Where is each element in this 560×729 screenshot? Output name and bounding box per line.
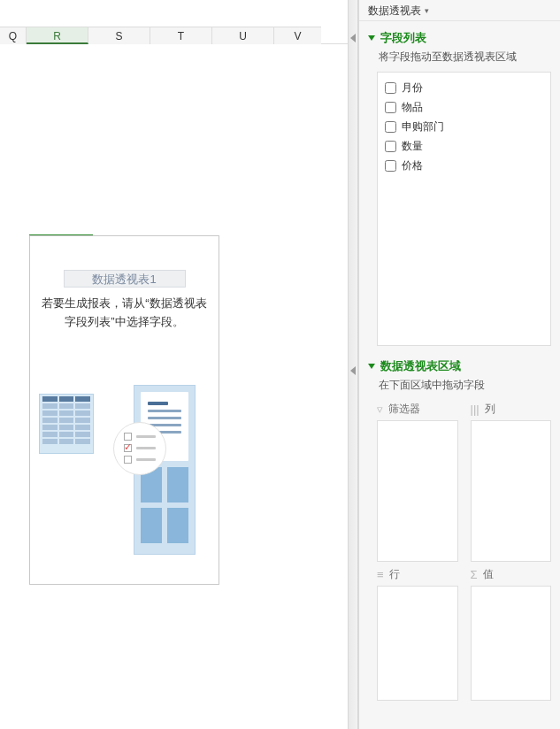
dropdown-caret-icon[interactable]: ▾	[425, 0, 429, 21]
col-header-V[interactable]: V	[274, 27, 321, 44]
field-list-sub: 将字段拖动至数据透视表区域	[359, 50, 560, 70]
field-item: 物品	[385, 97, 543, 117]
field-label[interactable]: 数量	[402, 139, 423, 154]
area-columns-dropzone[interactable]	[471, 420, 552, 562]
worksheet-area[interactable]: Q R S T U V 数据透视表1 若要生成报表，请从“数据透视表字段列表”中…	[0, 0, 348, 729]
app-root: Q R S T U V 数据透视表1 若要生成报表，请从“数据透视表字段列表”中…	[0, 0, 560, 729]
pivot-placeholder-card[interactable]: 数据透视表1 若要生成报表，请从“数据透视表字段列表”中选择字段。	[29, 235, 219, 585]
columns-icon: |||	[471, 403, 479, 416]
panel-splitter[interactable]	[348, 0, 358, 729]
field-checkbox[interactable]	[385, 160, 396, 172]
column-headers: Q R S T U V	[0, 27, 348, 44]
col-header-R[interactable]: R	[27, 27, 88, 44]
col-header-S[interactable]: S	[88, 27, 150, 44]
field-label[interactable]: 月份	[402, 81, 423, 96]
illus-table-icon	[39, 394, 94, 454]
field-checkbox[interactable]	[385, 121, 396, 133]
area-columns: ||| 列	[471, 402, 552, 562]
area-filter-label: ▿ 筛选器	[377, 402, 458, 417]
expand-caret-icon	[368, 364, 375, 369]
collapse-caret-icon[interactable]	[350, 34, 356, 42]
area-values-label: Σ 值	[471, 567, 552, 582]
area-filter-dropzone[interactable]	[377, 420, 458, 562]
field-item: 月份	[385, 78, 543, 97]
field-item: 价格	[385, 156, 543, 175]
field-list-heading-text: 字段列表	[380, 30, 426, 46]
areas-heading[interactable]: 数据透视表区域	[359, 349, 560, 378]
field-checkbox[interactable]	[385, 141, 396, 152]
area-rows: ≡ 行	[377, 567, 458, 701]
pivot-placeholder-hint: 若要生成报表，请从“数据透视表字段列表”中选择字段。	[41, 295, 208, 332]
field-checkbox[interactable]	[385, 82, 396, 94]
field-list-heading[interactable]: 字段列表	[359, 21, 560, 50]
area-rows-label: ≡ 行	[377, 567, 458, 582]
rows-icon: ≡	[377, 568, 384, 581]
field-label[interactable]: 申购部门	[402, 119, 444, 134]
area-values-dropzone[interactable]	[471, 586, 552, 701]
field-label[interactable]: 价格	[402, 158, 423, 173]
area-values: Σ 值	[471, 567, 552, 701]
pivot-placeholder-title: 数据透视表1	[64, 270, 186, 288]
illus-checklist-icon	[113, 422, 166, 475]
collapse-caret-icon[interactable]	[350, 366, 356, 375]
expand-caret-icon	[368, 35, 375, 41]
areas-heading-text: 数据透视表区域	[380, 358, 461, 374]
area-filter: ▿ 筛选器	[377, 402, 458, 562]
col-header-T[interactable]: T	[150, 27, 212, 44]
field-item: 申购部门	[385, 117, 543, 136]
col-header-Q[interactable]: Q	[0, 27, 27, 44]
field-checkbox[interactable]	[385, 102, 396, 113]
col-header-U[interactable]: U	[212, 27, 274, 44]
pivot-placeholder-illustration	[41, 394, 208, 571]
areas-sub: 在下面区域中拖动字段	[359, 378, 560, 398]
panel-title-bar[interactable]: 数据透视表 ▾	[359, 0, 560, 21]
sigma-icon: Σ	[471, 568, 478, 581]
panel-title-text: 数据透视表	[368, 0, 421, 21]
filter-icon: ▿	[377, 403, 383, 416]
area-rows-dropzone[interactable]	[377, 586, 458, 701]
pivot-field-panel: 数据透视表 ▾ 字段列表 将字段拖动至数据透视表区域 月份 物品 申购部门	[358, 0, 560, 729]
area-columns-label: ||| 列	[471, 402, 552, 417]
field-label[interactable]: 物品	[402, 100, 423, 115]
areas-grid: ▿ 筛选器 ||| 列 ≡ 行 Σ	[359, 398, 560, 720]
field-item: 数量	[385, 136, 543, 156]
field-list-box[interactable]: 月份 物品 申购部门 数量 价格	[377, 72, 551, 346]
